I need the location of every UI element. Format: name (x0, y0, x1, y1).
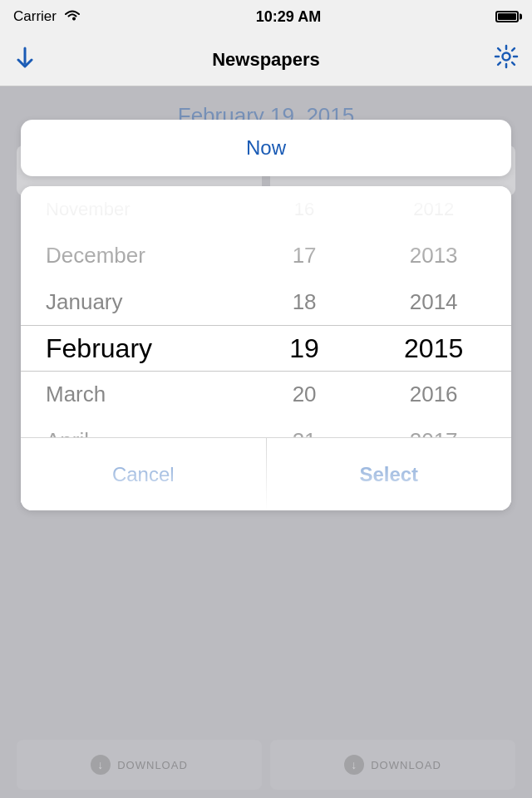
status-right (495, 11, 519, 22)
year-item[interactable]: 2012 (413, 186, 454, 233)
month-item[interactable]: November (46, 186, 130, 233)
battery-icon (495, 11, 519, 22)
year-item[interactable]: 2016 (410, 372, 458, 418)
now-card[interactable]: Now (21, 120, 511, 176)
year-item[interactable]: 2014 (410, 278, 458, 325)
day-item[interactable]: 18 (293, 278, 317, 325)
picker-card[interactable]: November December January February March… (21, 186, 511, 510)
year-item-selected[interactable]: 2015 (404, 325, 463, 372)
page-title: Newspapers (212, 49, 320, 71)
back-button[interactable] (13, 45, 37, 74)
status-left: Carrier (13, 8, 81, 25)
day-item[interactable]: 17 (293, 233, 317, 279)
month-item[interactable]: January (46, 278, 123, 325)
day-item-selected[interactable]: 19 (289, 325, 319, 372)
svg-point-0 (503, 53, 510, 61)
now-button[interactable]: Now (246, 136, 286, 160)
bottom-buttons: Cancel Select (21, 437, 511, 510)
select-button[interactable]: Select (267, 437, 512, 510)
month-item[interactable]: March (46, 372, 106, 418)
month-item-selected[interactable]: February (46, 325, 152, 372)
month-item[interactable]: December (46, 233, 145, 279)
year-item[interactable]: 2013 (410, 233, 458, 279)
nav-bar: Newspapers (0, 33, 532, 86)
settings-button[interactable] (494, 44, 519, 75)
wifi-icon (63, 8, 81, 25)
modal-overlay: Now November December January February M… (0, 86, 532, 798)
day-item[interactable]: 16 (294, 186, 314, 233)
cancel-button[interactable]: Cancel (21, 437, 267, 510)
day-item[interactable]: 20 (293, 372, 317, 418)
carrier-label: Carrier (13, 8, 57, 25)
status-bar: Carrier 10:29 AM (0, 0, 532, 33)
status-time: 10:29 AM (256, 8, 321, 26)
